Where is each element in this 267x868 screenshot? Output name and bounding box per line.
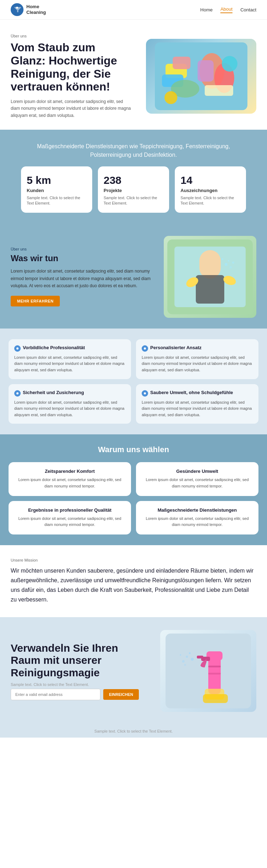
window-cleaning-illustration [167, 239, 253, 314]
nav-about[interactable]: About [220, 6, 232, 13]
stat-card-2: 14 Auszeichnungen Sample text. Click to … [175, 166, 246, 213]
what-title: Was wir tun [11, 253, 155, 263]
stats-section: Maßgeschneiderte Dienstleistungen wie Te… [0, 130, 267, 225]
what-image [164, 236, 256, 318]
feature-title-1: Personalisierter Ansatz [142, 345, 253, 352]
why-card-desc-2: Lorem ipsum dolor sit amet, consetetur s… [14, 516, 125, 528]
main-nav: Home About Contact [200, 6, 256, 13]
feature-title-2: Sicherheit und Zusicherung [14, 390, 125, 397]
cta-image [160, 630, 256, 712]
hero-section: Über uns Vom Staub zum Glanz: Hochwertig… [0, 20, 267, 130]
learn-more-button[interactable]: MEHR ERFAHREN [11, 296, 60, 306]
spray-bottle-illustration [166, 634, 251, 708]
stat-desc-1: Sample text. Click to select the Text El… [104, 195, 163, 206]
cta-text: Verwandeln Sie Ihren Raum mit unserer Re… [11, 642, 139, 701]
svg-rect-27 [197, 656, 203, 658]
stat-card-1: 238 Projekte Sample text. Click to selec… [98, 166, 169, 213]
submit-button[interactable]: EINREICHEN [103, 689, 139, 700]
why-card-1: Gesündere Umwelt Lorem ipsum dolor sit a… [136, 462, 258, 496]
why-card-title-2: Ergebnisse in professioneller Qualität [14, 507, 125, 513]
what-description: Lorem ipsum dolor sit amet, consetetur s… [11, 268, 155, 289]
feature-card-2: Sicherheit und Zusicherung Lorem ipsum d… [9, 384, 131, 424]
svg-rect-36 [208, 666, 221, 667]
stat-desc-0: Sample text. Click to select the Text El… [27, 195, 87, 206]
email-input[interactable] [11, 689, 100, 700]
why-card-desc-0: Lorem ipsum dolor sit amet, consetetur s… [14, 477, 125, 489]
svg-point-30 [182, 660, 185, 663]
feature-card-1: Personalisierter Ansatz Lorem ipsum dolo… [136, 339, 258, 379]
mission-label: Unsere Mission [11, 558, 256, 562]
feature-icon-1 [142, 345, 148, 352]
stat-desc-2: Sample text. Click to select the Text El… [180, 195, 240, 206]
svg-rect-9 [205, 85, 233, 96]
svg-point-0 [16, 7, 18, 9]
features-section: Vorbildliche Professionalität Lorem ipsu… [0, 329, 267, 435]
why-card-title-3: Maßgeschneiderte Dienstleistungen [142, 507, 253, 513]
what-we-do-section: Über uns Was wir tun Lorem ipsum dolor s… [0, 225, 267, 329]
logo[interactable]: Home Cleaning [11, 3, 46, 16]
nav-contact[interactable]: Contact [240, 7, 256, 12]
feature-title-3: Saubere Umwelt, ohne Schuldgefühle [142, 390, 253, 397]
why-card-3: Maßgeschneiderte Dienstleistungen Lorem … [136, 501, 258, 534]
why-grid: Zeitsparender Komfort Lorem ipsum dolor … [9, 462, 258, 534]
mission-section: Unsere Mission Wir möchten unseren Kunde… [0, 545, 267, 618]
svg-point-28 [191, 658, 194, 661]
feature-title-0: Vorbildliche Professionalität [14, 345, 125, 352]
features-grid: Vorbildliche Professionalität Lorem ipsu… [9, 339, 258, 424]
svg-rect-4 [173, 57, 190, 69]
svg-point-19 [230, 266, 232, 268]
why-title: Warum uns wählen [9, 445, 258, 454]
feature-desc-2: Lorem ipsum dolor sit amet, consetetur s… [14, 399, 125, 418]
cta-form: EINREICHEN [11, 689, 139, 700]
feature-card-0: Vorbildliche Professionalität Lorem ipsu… [9, 339, 131, 379]
hero-text: Über uns Vom Staub zum Glanz: Hochwertig… [11, 34, 132, 119]
stat-label-0: Kunden [27, 188, 87, 193]
feature-desc-1: Lorem ipsum dolor sit amet, consetetur s… [142, 355, 253, 373]
why-card-0: Zeitsparender Komfort Lorem ipsum dolor … [9, 462, 131, 496]
feature-icon-0 [14, 345, 21, 352]
svg-point-33 [184, 664, 186, 666]
logo-icon [11, 3, 23, 16]
site-header: Home Cleaning Home About Contact [0, 0, 267, 20]
broom-icon [13, 6, 21, 14]
svg-rect-37 [208, 673, 221, 675]
stats-row: 5 km Kunden Sample text. Click to select… [11, 166, 256, 213]
svg-rect-14 [199, 250, 221, 279]
why-section: Warum uns wählen Zeitsparender Komfort L… [0, 434, 267, 545]
svg-point-11 [164, 91, 177, 104]
why-card-title-1: Gesündere Umwelt [142, 469, 253, 474]
stat-label-2: Auszeichnungen [180, 188, 240, 193]
svg-point-18 [225, 263, 227, 266]
cleaning-supplies-illustration [155, 42, 247, 110]
why-card-desc-1: Lorem ipsum dolor sit amet, consetetur s… [142, 477, 253, 489]
svg-point-29 [186, 656, 188, 658]
svg-point-22 [222, 258, 224, 260]
cta-section: Verwandeln Sie Ihren Raum mit unserer Re… [0, 617, 267, 725]
svg-point-10 [222, 56, 237, 72]
blue-tagline: Maßgeschneiderte Dienstleistungen wie Te… [11, 139, 256, 166]
hero-description: Lorem ipsum dolor sit amet, consetetur s… [11, 98, 132, 119]
stat-number-0: 5 km [27, 174, 87, 186]
why-card-title-0: Zeitsparender Komfort [14, 469, 125, 474]
svg-point-31 [189, 652, 191, 654]
why-card-2: Ergebnisse in professioneller Qualität L… [9, 501, 131, 534]
hero-title: Vom Staub zum Glanz: Hochwertige Reinigu… [11, 41, 132, 93]
svg-point-32 [180, 654, 181, 656]
svg-rect-35 [203, 694, 228, 703]
cta-sample-text: Sample text. Click to select the Text El… [11, 682, 139, 687]
feature-desc-0: Lorem ipsum dolor sit amet, consetetur s… [14, 355, 125, 373]
feature-desc-3: Lorem ipsum dolor sit amet, consetetur s… [142, 399, 253, 418]
hero-image-inner [146, 39, 256, 114]
stat-number-2: 14 [180, 174, 240, 186]
feature-card-3: Saubere Umwelt, ohne Schuldgefühle Lorem… [136, 384, 258, 424]
nav-home[interactable]: Home [200, 7, 213, 12]
feature-icon-3 [142, 390, 148, 397]
why-card-desc-3: Lorem ipsum dolor sit amet, consetetur s… [142, 516, 253, 528]
logo-text: Home Cleaning [26, 4, 46, 15]
footer-note: Sample text. Click to select the Text El… [0, 725, 267, 738]
cta-title: Verwandeln Sie Ihren Raum mit unserer Re… [11, 642, 139, 679]
what-text: Über uns Was wir tun Lorem ipsum dolor s… [11, 247, 155, 306]
svg-point-20 [228, 260, 229, 262]
what-label: Über uns [11, 247, 155, 251]
svg-point-21 [232, 262, 234, 264]
